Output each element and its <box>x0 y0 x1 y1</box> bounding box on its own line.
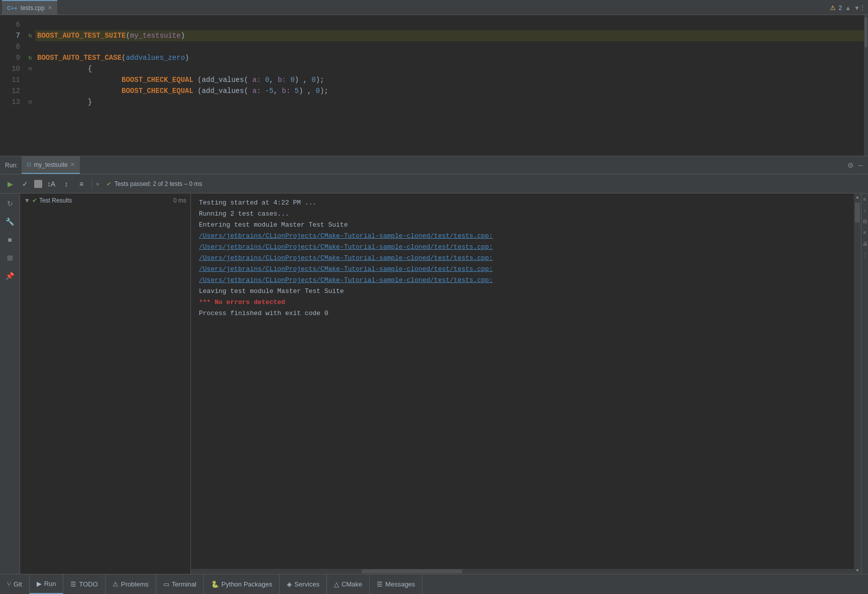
run-sort-az-button[interactable]: ↕A <box>45 178 57 190</box>
status-git[interactable]: ⑂ Git <box>0 574 30 594</box>
run-check-button[interactable]: ✓ <box>19 178 31 190</box>
run-tab-icon: ⊡ <box>27 161 31 168</box>
run-tab[interactable]: ⊡ my_testsuite ✕ <box>22 156 79 174</box>
test-time: 0 ms <box>173 197 186 204</box>
run-tab-close[interactable]: ✕ <box>70 161 75 168</box>
line-num-9: 9 <box>0 52 20 63</box>
output-link-2[interactable]: /Users/jetbrains/CLionProjects/CMake-Tut… <box>199 243 493 251</box>
scroll-down-btn[interactable]: ▼ <box>854 567 861 574</box>
right-icon-6[interactable]: ⋮ <box>861 251 869 258</box>
line-num-6: 6 <box>0 19 20 30</box>
run-gutter-7[interactable]: ↻ <box>27 33 33 39</box>
tab-more-button[interactable]: ⋮ <box>859 4 866 12</box>
editor-tab[interactable]: C++ tests.cpp ✕ <box>2 0 57 15</box>
code-line-11: BOOST_CHECK_EQUAL (add_values( a: 0, b: … <box>35 74 864 85</box>
toolbar-more[interactable]: » <box>96 180 99 187</box>
output-link-3[interactable]: /Users/jetbrains/CLionProjects/CMake-Tut… <box>199 254 493 262</box>
warning-strip: ⚠ 2 ▲ ▼ <box>830 4 860 12</box>
right-icon-3[interactable]: ⊟ <box>861 218 869 225</box>
right-icon-2[interactable]: ↓ <box>861 207 869 214</box>
status-messages[interactable]: ☰ Messages <box>370 574 422 594</box>
output-link-1[interactable]: /Users/jetbrains/CLionProjects/CMake-Tut… <box>199 232 493 240</box>
test-results-label: Test Results <box>39 197 72 204</box>
test-pass-icon: ✔ <box>106 180 112 187</box>
fold-10[interactable]: ⊟ <box>27 66 33 72</box>
tab-filename: tests.cpp <box>21 5 45 12</box>
output-link-4[interactable]: /Users/jetbrains/CLionProjects/CMake-Tut… <box>199 265 493 273</box>
test-pass-checkmark: ✔ <box>32 197 37 204</box>
code-line-12: BOOST_CHECK_EQUAL (add_values( a: -5, b:… <box>35 85 864 96</box>
cmake-icon: △ <box>334 580 339 588</box>
python-icon: 🐍 <box>211 580 219 588</box>
run-play-button[interactable]: ▶ <box>4 178 16 190</box>
code-line-10: { <box>35 63 864 74</box>
fold-13[interactable]: ⊟ <box>27 99 33 105</box>
warning-up-arrow[interactable]: ▲ <box>845 5 851 12</box>
sidebar-wrench-icon[interactable]: 🔧 <box>4 216 16 228</box>
status-run[interactable]: ▶ Run <box>30 574 64 594</box>
warning-count: 2 <box>839 5 842 12</box>
expand-icon[interactable]: ▼ <box>24 197 30 204</box>
line-num-7: 7 <box>0 30 20 41</box>
status-python-packages[interactable]: 🐍 Python Packages <box>204 574 280 594</box>
h-scroll-thumb[interactable] <box>362 569 462 573</box>
run-toolbar: ▶ ✓ ↕A ↕ ≡ » ✔ Tests passed: 2 of 2 test… <box>0 174 868 193</box>
minimize-icon[interactable]: ─ <box>858 161 863 169</box>
status-terminal[interactable]: ▭ Terminal <box>156 574 204 594</box>
output-line-5: /Users/jetbrains/CLionProjects/CMake-Tut… <box>199 231 846 242</box>
run-tab-name: my_testsuite <box>34 161 67 168</box>
sidebar-pin-icon[interactable]: 📌 <box>4 270 16 282</box>
right-scrollbar[interactable]: ▲ ▼ <box>854 193 861 574</box>
tab-close-button[interactable]: ✕ <box>48 5 52 11</box>
status-services[interactable]: ◈ Services <box>280 574 327 594</box>
code-lines[interactable]: BOOST_AUTO_TEST_SUITE(my_testsuite) BOOS… <box>35 15 864 156</box>
run-header: Run: ⊡ my_testsuite ✕ ⚙ ─ <box>0 156 868 174</box>
problems-label: Problems <box>121 580 149 588</box>
sidebar-layers-icon[interactable]: ⊞ <box>4 252 16 264</box>
line-num-13: 13 <box>0 96 20 108</box>
run-gutter-9[interactable]: ↻ <box>27 55 33 61</box>
output-line-8: /Users/jetbrains/CLionProjects/CMake-Tut… <box>199 264 846 275</box>
settings-icon[interactable]: ⚙ <box>847 161 854 169</box>
output-line-4: Entering test module Master Test Suite <box>199 220 846 231</box>
editor-area: C++ tests.cpp ✕ ⋮ ⚠ 2 ▲ ▼ 6 7 8 9 10 11 … <box>0 0 868 156</box>
scroll-track <box>854 201 861 567</box>
warning-icon: ⚠ <box>830 4 836 12</box>
run-expand-button[interactable]: ≡ <box>75 178 87 190</box>
run-panel: Run: ⊡ my_testsuite ✕ ⚙ ─ ▶ ✓ ↕A ↕ ≡ » ✔… <box>0 156 868 574</box>
messages-icon: ☰ <box>377 580 383 588</box>
todo-label: TODO <box>79 580 97 588</box>
terminal-icon: ▭ <box>163 580 169 588</box>
status-problems[interactable]: ⚠ Problems <box>105 574 156 594</box>
right-icon-4[interactable]: ≡ <box>861 229 869 236</box>
services-label: Services <box>294 580 319 588</box>
output-line-3: Running 2 test cases... <box>199 209 846 220</box>
right-icon-1[interactable]: ≡ <box>861 195 869 203</box>
status-todo[interactable]: ☰ TODO <box>63 574 105 594</box>
line-num-8: 8 <box>0 41 20 52</box>
warning-down-arrow[interactable]: ▼ <box>854 5 860 12</box>
code-line-13: } <box>35 96 864 108</box>
python-packages-label: Python Packages <box>222 580 272 588</box>
h-scrollbar[interactable] <box>191 569 854 574</box>
scroll-up-btn[interactable]: ▲ <box>854 193 861 201</box>
run-sort-button[interactable]: ↕ <box>60 178 72 190</box>
problems-icon: ⚠ <box>113 580 119 588</box>
sidebar-stop-icon[interactable]: ■ <box>4 234 16 246</box>
sidebar-rerun-icon[interactable]: ↻ <box>4 197 16 210</box>
code-line-6 <box>35 19 864 30</box>
terminal-label: Terminal <box>172 580 196 588</box>
output-link-5[interactable]: /Users/jetbrains/CLionProjects/CMake-Tut… <box>199 276 493 284</box>
scroll-thumb[interactable] <box>855 203 860 223</box>
right-icon-5[interactable]: 🖨 <box>861 240 869 247</box>
services-icon: ◈ <box>287 580 292 588</box>
run-body: ↻ 🔧 ■ ⊞ 📌 ▼ ✔ Test Results 0 ms Testing … <box>0 193 868 574</box>
output-line-6: /Users/jetbrains/CLionProjects/CMake-Tut… <box>199 242 846 253</box>
editor-scrollbar[interactable] <box>864 15 868 156</box>
test-results-header: ▼ ✔ Test Results 0 ms <box>20 193 190 208</box>
left-sidebar: ↻ 🔧 ■ ⊞ 📌 <box>0 193 20 574</box>
status-cmake[interactable]: △ CMake <box>327 574 370 594</box>
code-line-8 <box>35 41 864 52</box>
run-stop-button[interactable] <box>34 180 42 188</box>
test-status: ✔ Tests passed: 2 of 2 tests – 0 ms <box>106 180 202 187</box>
